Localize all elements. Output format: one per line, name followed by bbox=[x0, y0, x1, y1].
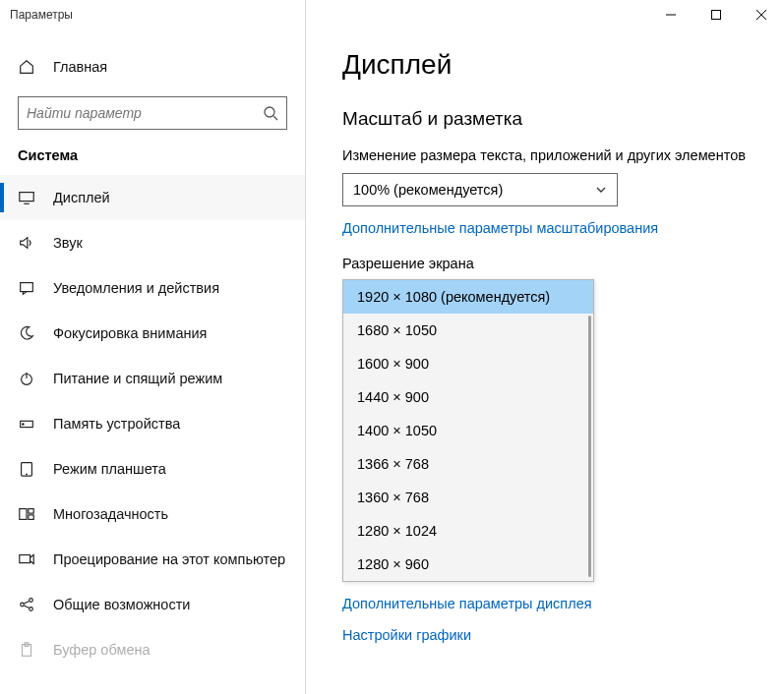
svg-rect-16 bbox=[29, 509, 33, 514]
power-icon bbox=[18, 370, 35, 387]
monitor-icon bbox=[18, 189, 35, 206]
sidebar-item-label: Питание и спящий режим bbox=[53, 371, 222, 386]
sidebar-item-notifications[interactable]: Уведомления и действия bbox=[0, 265, 305, 311]
moon-icon bbox=[18, 324, 35, 342]
svg-rect-18 bbox=[20, 555, 30, 563]
sidebar: Главная Система Дисплей Звук Уведомления… bbox=[0, 29, 305, 694]
svg-point-21 bbox=[30, 607, 33, 611]
sidebar-item-storage[interactable]: Память устройства bbox=[0, 401, 305, 446]
svg-point-20 bbox=[30, 599, 33, 603]
resolution-option[interactable]: 1920 × 1080 (рекомендуется) bbox=[343, 280, 593, 314]
speaker-icon bbox=[18, 234, 35, 252]
nav-list: Дисплей Звук Уведомления и действия Фоку… bbox=[0, 175, 305, 672]
sidebar-item-projecting[interactable]: Проецирование на этот компьютер bbox=[0, 537, 305, 582]
svg-rect-6 bbox=[20, 193, 33, 202]
svg-line-5 bbox=[273, 116, 277, 120]
sidebar-item-label: Режим планшета bbox=[53, 461, 166, 477]
sidebar-item-focus[interactable]: Фокусировка внимания bbox=[0, 311, 305, 356]
message-icon bbox=[18, 279, 35, 297]
sidebar-item-label: Буфер обмена bbox=[53, 642, 151, 658]
advanced-scaling-link[interactable]: Дополнительные параметры масштабирования bbox=[342, 220, 754, 236]
resolution-option[interactable]: 1360 × 768 bbox=[343, 481, 593, 514]
sidebar-item-multitasking[interactable]: Многозадачность bbox=[0, 492, 305, 537]
svg-point-4 bbox=[265, 107, 274, 117]
category-label: Система bbox=[0, 147, 305, 175]
resolution-option[interactable]: 1440 × 900 bbox=[343, 380, 593, 414]
titlebar: Параметры bbox=[0, 0, 784, 29]
sidebar-item-label: Уведомления и действия bbox=[53, 280, 219, 296]
search-box[interactable] bbox=[18, 96, 287, 130]
sidebar-item-label: Проецирование на этот компьютер bbox=[53, 551, 285, 567]
project-icon bbox=[18, 550, 35, 568]
drive-icon bbox=[18, 415, 35, 433]
resolution-label: Разрешение экрана bbox=[342, 256, 754, 271]
section-scale-heading: Масштаб и разметка bbox=[342, 108, 754, 130]
clipboard-icon bbox=[18, 641, 35, 659]
resolution-option[interactable]: 1280 × 960 bbox=[343, 548, 593, 581]
search-input[interactable] bbox=[27, 105, 263, 121]
sidebar-item-sound[interactable]: Звук bbox=[0, 220, 305, 265]
svg-point-12 bbox=[23, 424, 24, 425]
sidebar-item-clipboard[interactable]: Буфер обмена bbox=[0, 627, 305, 672]
sidebar-item-power[interactable]: Питание и спящий режим bbox=[0, 356, 305, 401]
svg-rect-15 bbox=[20, 509, 27, 520]
resolution-option[interactable]: 1400 × 1050 bbox=[343, 414, 593, 447]
sidebar-item-label: Память устройства bbox=[53, 416, 180, 432]
advanced-display-link[interactable]: Дополнительные параметры дисплея bbox=[342, 596, 754, 611]
resolution-option[interactable]: 1680 × 1050 bbox=[343, 314, 593, 347]
share-icon bbox=[18, 596, 35, 613]
tablet-icon bbox=[18, 460, 35, 478]
minimize-button[interactable] bbox=[648, 0, 694, 29]
scale-label: Изменение размера текста, приложений и д… bbox=[342, 147, 754, 163]
sidebar-item-shared[interactable]: Общие возможности bbox=[0, 582, 305, 627]
close-button[interactable] bbox=[739, 0, 784, 29]
svg-line-23 bbox=[24, 606, 29, 608]
maximize-button[interactable] bbox=[694, 0, 739, 29]
resolution-dropdown-open[interactable]: 1920 × 1080 (рекомендуется) 1680 × 1050 … bbox=[342, 279, 594, 582]
resolution-option[interactable]: 1600 × 900 bbox=[343, 347, 593, 380]
sidebar-item-display[interactable]: Дисплей bbox=[0, 175, 305, 220]
resolution-option[interactable]: 1280 × 1024 bbox=[343, 514, 593, 548]
dropdown-scrollbar[interactable] bbox=[588, 316, 591, 577]
svg-rect-17 bbox=[29, 515, 33, 520]
chevron-down-icon bbox=[595, 184, 607, 196]
home-label: Главная bbox=[53, 59, 107, 75]
divider bbox=[305, 0, 306, 694]
resolution-option[interactable]: 1366 × 768 bbox=[343, 447, 593, 481]
multitask-icon bbox=[18, 505, 35, 523]
window-controls bbox=[648, 0, 784, 29]
page-title: Дисплей bbox=[342, 49, 754, 81]
window-title: Параметры bbox=[10, 8, 648, 22]
sidebar-item-tablet[interactable]: Режим планшета bbox=[0, 446, 305, 492]
home-icon bbox=[18, 58, 35, 76]
sidebar-item-label: Дисплей bbox=[53, 190, 110, 205]
sidebar-item-label: Общие возможности bbox=[53, 597, 190, 612]
svg-rect-1 bbox=[712, 10, 721, 19]
sidebar-item-label: Многозадачность bbox=[53, 506, 168, 522]
scale-dropdown[interactable]: 100% (рекомендуется) bbox=[342, 173, 618, 206]
content-pane: Дисплей Масштаб и разметка Изменение раз… bbox=[305, 29, 784, 694]
home-link[interactable]: Главная bbox=[0, 47, 305, 87]
graphics-settings-link[interactable]: Настройки графики bbox=[342, 627, 754, 643]
svg-rect-8 bbox=[21, 283, 33, 292]
search-icon bbox=[263, 105, 278, 121]
svg-point-19 bbox=[21, 603, 25, 607]
svg-line-22 bbox=[24, 601, 29, 604]
sidebar-item-label: Фокусировка внимания bbox=[53, 325, 207, 341]
scale-value: 100% (рекомендуется) bbox=[353, 182, 503, 198]
sidebar-item-label: Звук bbox=[53, 235, 83, 251]
